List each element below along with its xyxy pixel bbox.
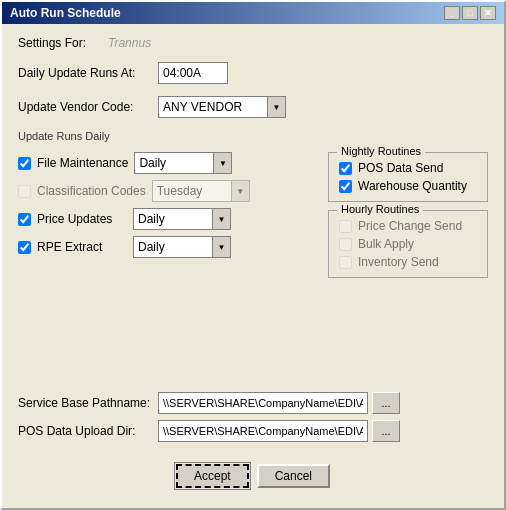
title-bar: Auto Run Schedule _ □ ✕	[2, 2, 504, 24]
vendor-dropdown-button[interactable]: ▼	[268, 96, 286, 118]
price-updates-freq-input[interactable]	[133, 208, 213, 230]
minimize-button[interactable]: _	[444, 6, 460, 20]
nightly-routines-group: Nightly Routines POS Data Send Warehouse…	[328, 152, 488, 202]
file-maintenance-freq-input[interactable]	[134, 152, 214, 174]
service-base-pathname-row: Service Base Pathname: ...	[18, 392, 488, 414]
warehouse-quantity-row: Warehouse Quantity	[339, 179, 477, 193]
file-maintenance-checkbox[interactable]	[18, 157, 31, 170]
settings-for-row: Settings For: Trannus	[18, 36, 488, 50]
pos-data-send-label: POS Data Send	[358, 161, 443, 175]
vendor-dropdown: ▼	[158, 96, 286, 118]
button-row: Accept Cancel	[18, 464, 488, 496]
file-maintenance-label: File Maintenance	[37, 156, 128, 170]
vendor-code-row: Update Vendor Code: ▼	[18, 96, 488, 118]
settings-for-value: Trannus	[108, 36, 151, 50]
hourly-routines-title: Hourly Routines	[337, 203, 423, 215]
close-button[interactable]: ✕	[480, 6, 496, 20]
window-title: Auto Run Schedule	[10, 6, 121, 20]
bulk-apply-checkbox	[339, 238, 352, 251]
main-section: File Maintenance ▼ Classification Codes …	[18, 152, 488, 376]
file-maintenance-freq-dropdown: ▼	[134, 152, 232, 174]
bulk-apply-row: Bulk Apply	[339, 237, 477, 251]
cancel-button[interactable]: Cancel	[257, 464, 330, 488]
classification-codes-label: Classification Codes	[37, 184, 146, 198]
daily-update-label: Daily Update Runs At:	[18, 66, 158, 80]
inventory-send-label: Inventory Send	[358, 255, 439, 269]
maximize-button[interactable]: □	[462, 6, 478, 20]
bulk-apply-label: Bulk Apply	[358, 237, 414, 251]
left-section: File Maintenance ▼ Classification Codes …	[18, 152, 316, 376]
service-base-pathname-browse-button[interactable]: ...	[372, 392, 400, 414]
classification-codes-checkbox[interactable]	[18, 185, 31, 198]
rpe-extract-checkbox[interactable]	[18, 241, 31, 254]
warehouse-quantity-checkbox[interactable]	[339, 180, 352, 193]
service-base-pathname-label: Service Base Pathname:	[18, 396, 158, 410]
service-base-pathname-input[interactable]	[158, 392, 368, 414]
rpe-extract-freq-input[interactable]	[133, 236, 213, 258]
rpe-extract-freq-dropdown: ▼	[133, 236, 231, 258]
daily-update-input[interactable]	[158, 62, 228, 84]
pos-data-upload-dir-label: POS Data Upload Dir:	[18, 424, 158, 438]
vendor-code-input[interactable]	[158, 96, 268, 118]
pos-data-upload-dir-browse-button[interactable]: ...	[372, 420, 400, 442]
checkbox-row-1: Classification Codes ▼	[18, 180, 316, 202]
checkbox-row-2: Price Updates ▼	[18, 208, 316, 230]
pos-data-send-checkbox[interactable]	[339, 162, 352, 175]
right-section: Nightly Routines POS Data Send Warehouse…	[328, 152, 488, 376]
classification-codes-freq-btn: ▼	[232, 180, 250, 202]
pos-data-upload-dir-input[interactable]	[158, 420, 368, 442]
price-updates-freq-btn[interactable]: ▼	[213, 208, 231, 230]
checkbox-row-0: File Maintenance ▼	[18, 152, 316, 174]
classification-codes-freq-input	[152, 180, 232, 202]
price-change-send-row: Price Change Send	[339, 219, 477, 233]
update-runs-daily: Update Runs Daily	[18, 130, 488, 142]
rpe-extract-label: RPE Extract	[37, 240, 127, 254]
path-section: Service Base Pathname: ... POS Data Uplo…	[18, 392, 488, 448]
main-window: Auto Run Schedule _ □ ✕ Settings For: Tr…	[0, 0, 506, 510]
daily-update-row: Daily Update Runs At:	[18, 62, 488, 84]
price-updates-checkbox[interactable]	[18, 213, 31, 226]
classification-codes-freq-dropdown: ▼	[152, 180, 250, 202]
inventory-send-row: Inventory Send	[339, 255, 477, 269]
price-change-send-checkbox	[339, 220, 352, 233]
pos-data-upload-dir-row: POS Data Upload Dir: ...	[18, 420, 488, 442]
checkbox-row-3: RPE Extract ▼	[18, 236, 316, 258]
accept-button[interactable]: Accept	[176, 464, 249, 488]
vendor-code-label: Update Vendor Code:	[18, 100, 158, 114]
pos-data-send-row: POS Data Send	[339, 161, 477, 175]
rpe-extract-freq-btn[interactable]: ▼	[213, 236, 231, 258]
dialog-content: Settings For: Trannus Daily Update Runs …	[2, 24, 504, 508]
file-maintenance-freq-btn[interactable]: ▼	[214, 152, 232, 174]
price-updates-freq-dropdown: ▼	[133, 208, 231, 230]
price-change-send-label: Price Change Send	[358, 219, 462, 233]
warehouse-quantity-label: Warehouse Quantity	[358, 179, 467, 193]
hourly-routines-group: Hourly Routines Price Change Send Bulk A…	[328, 210, 488, 278]
nightly-routines-title: Nightly Routines	[337, 145, 425, 157]
inventory-send-checkbox	[339, 256, 352, 269]
title-bar-buttons: _ □ ✕	[444, 6, 496, 20]
settings-for-label: Settings For:	[18, 36, 108, 50]
price-updates-label: Price Updates	[37, 212, 127, 226]
